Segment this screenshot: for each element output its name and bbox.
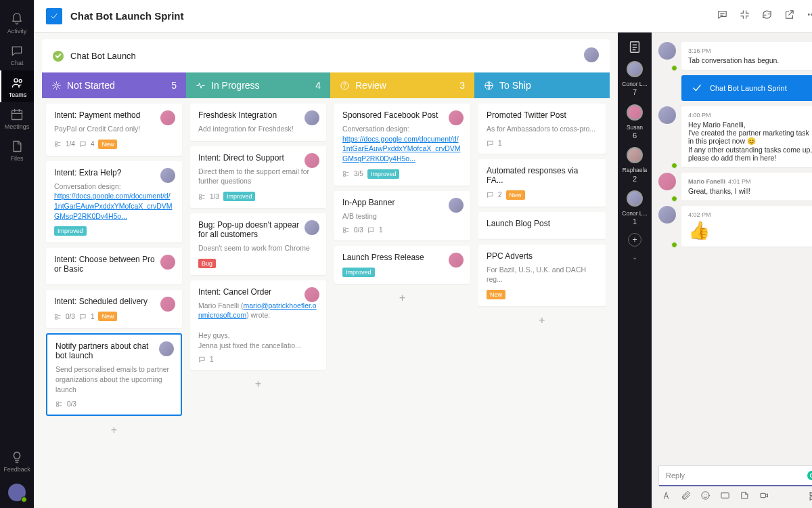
card-title: Intent: Scheduled delivery [54, 297, 174, 306]
assignee-avatar [160, 168, 175, 183]
send-button[interactable] [809, 490, 812, 504]
rail-activity[interactable]: Activity [0, 7, 34, 39]
card-title: Bug: Pop-up doesn't appear for all custo… [198, 220, 318, 239]
refresh-icon[interactable] [761, 9, 773, 23]
presence-icon [671, 242, 677, 248]
card-desc: A/B testing [342, 211, 462, 221]
card[interactable]: Intent: Extra Help? Conversation design:… [46, 161, 182, 243]
add-card-button[interactable]: + [478, 312, 606, 329]
project-status-icon [53, 51, 64, 62]
add-card-button[interactable]: + [190, 375, 326, 393]
card[interactable]: Freshdesk Integration Add integration fo… [190, 104, 326, 141]
contacts-icon[interactable] [627, 39, 642, 54]
me-avatar[interactable] [8, 484, 26, 501]
comment-icon [198, 356, 206, 363]
bell-icon [10, 12, 24, 26]
grammarly-icon: G [807, 471, 812, 480]
presence-icon [671, 65, 677, 71]
meet-icon[interactable] [759, 490, 769, 504]
collapse-icon[interactable] [739, 9, 750, 23]
add-card-button[interactable]: + [46, 421, 182, 439]
rail-feedback[interactable]: Feedback [0, 445, 34, 477]
more-icon[interactable] [806, 9, 812, 23]
svg-point-6 [55, 84, 58, 87]
reply-input[interactable]: Reply G [658, 465, 812, 486]
column-not-started: Not Started 5 Intent: Payment method Pay… [42, 72, 186, 508]
card[interactable]: Intent: Cancel Order Mario Fanelli (mari… [190, 280, 326, 370]
column-review: Review 3 Sponsored Facebook Post Convers… [330, 72, 474, 508]
checklist-icon [54, 140, 62, 148]
system-pill[interactable]: Chat Bot Launch Sprint [681, 75, 812, 101]
gif-icon[interactable] [720, 490, 730, 504]
topbar: Chat Bot Launch Sprint [34, 0, 812, 33]
tag-new: New [98, 312, 117, 321]
assignee-avatar [304, 153, 319, 168]
chat-icon [10, 44, 24, 58]
card-title: Launch Press Release [342, 253, 462, 262]
popout-icon[interactable] [784, 9, 795, 23]
comment-icon [487, 191, 494, 198]
project-avatar[interactable] [584, 47, 599, 62]
card-title: Intent: Cancel Order [198, 287, 318, 297]
card[interactable]: Automated responses via FA... 2 New [478, 159, 606, 207]
card-desc: Direct them to the support email for fur… [198, 167, 318, 186]
card-title: Launch Blog Post [487, 219, 597, 228]
emoji-icon[interactable] [700, 490, 710, 504]
sticker-icon[interactable] [740, 490, 750, 504]
presence-icon [671, 196, 677, 202]
svg-rect-9 [55, 314, 58, 316]
card-desc: Send personalised emails to partner orga… [55, 364, 173, 394]
card[interactable]: Sponsored Facebook Post Conversation des… [334, 104, 470, 186]
comment-icon[interactable] [717, 9, 728, 23]
card-desc: For Bazil, U.S., U.K. and DACH reg... [487, 265, 597, 284]
svg-point-3 [808, 14, 809, 16]
card[interactable]: Bug: Pop-up doesn't appear for all custo… [190, 213, 326, 275]
project-bar: Chat Bot Launch [42, 39, 610, 72]
chat-message: 4:02 PM👍 [658, 206, 812, 247]
presence-icon [21, 496, 27, 503]
card-selected[interactable]: Notify partners about chat bot launch Se… [46, 333, 182, 415]
card[interactable]: Intent: Scheduled delivery 0/3 1 New [46, 290, 182, 328]
card-title: Intent: Choose between Pro or Basic [54, 255, 174, 274]
add-card-button[interactable]: + [334, 289, 470, 307]
card[interactable]: Intent: Payment method PayPal or Credit … [46, 104, 182, 156]
card[interactable]: Promoted Twitter Post As for Ambassadors… [478, 104, 606, 154]
card-title: Promoted Twitter Post [487, 110, 597, 120]
checklist-icon [342, 170, 350, 177]
avatar [658, 106, 676, 124]
svg-point-22 [702, 492, 709, 499]
attach-icon[interactable] [681, 490, 691, 504]
svg-rect-12 [57, 404, 59, 406]
person[interactable]: Susan6 [627, 104, 643, 141]
chat-message: 3:16 PMTab conversation has begun. [658, 42, 812, 70]
card[interactable]: Intent: Choose between Pro or Basic [46, 248, 182, 284]
person[interactable]: Conor L...1 [622, 190, 647, 227]
rail-chat[interactable]: Chat [0, 39, 34, 70]
rail-files[interactable]: Files [0, 134, 34, 166]
avatar [658, 173, 676, 190]
card[interactable]: In-App Banner A/B testing 0/3 1 [334, 191, 470, 241]
card[interactable]: Launch Blog Post [478, 212, 606, 239]
doc-link[interactable]: https://docs.google.com/document/d/1ntGa… [342, 135, 460, 163]
person[interactable]: Conor L...7 [622, 61, 647, 98]
rail-meetings[interactable]: Meetings [0, 102, 34, 134]
rail-teams[interactable]: Teams [0, 70, 34, 102]
doc-link[interactable]: https://docs.google.com/document/d/1ntGa… [54, 192, 172, 219]
card-desc: Add integration for Freshdesk! [198, 124, 318, 134]
card[interactable]: PPC Adverts For Bazil, U.S., U.K. and DA… [478, 245, 606, 306]
chat-panel: 3:16 PMTab conversation has begun. Chat … [652, 33, 812, 508]
card[interactable]: Intent: Direct to Support Direct them to… [190, 146, 326, 208]
chevron-down-icon[interactable]: ⌄ [632, 253, 637, 261]
svg-rect-11 [57, 402, 59, 404]
sun-icon [51, 81, 62, 91]
chat-message: Mario Fanelli4:01 PMGreat, thanks, I wil… [658, 173, 812, 200]
add-person-button[interactable]: + [628, 233, 641, 247]
svg-rect-24 [761, 493, 766, 497]
person[interactable]: Raphaela2 [623, 147, 647, 184]
card[interactable]: Launch Press Release Improved [334, 246, 470, 284]
card-title: Freshdesk Integration [198, 110, 318, 120]
svg-rect-2 [12, 110, 22, 119]
svg-rect-8 [55, 145, 58, 147]
format-icon[interactable] [661, 490, 671, 504]
app-rail: Activity Chat Teams Meetings Files Feedb… [0, 0, 34, 508]
